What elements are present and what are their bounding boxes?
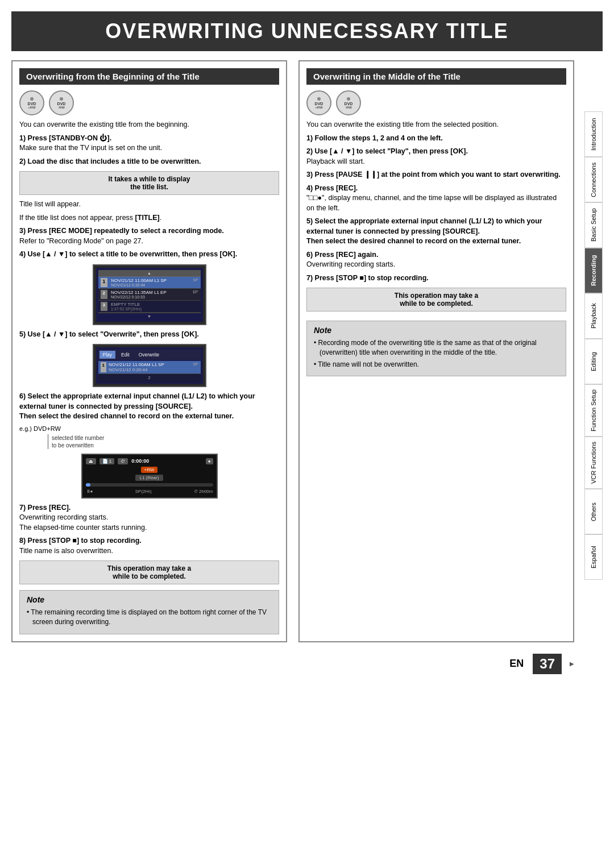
right-section-header: Overwriting in the Middle of the Title [306,68,566,85]
sidebar: Introduction Connections Basic Setup Rec… [584,111,603,580]
eg-text: e.g.) DVD+RW [19,425,279,432]
note-box-operation-left: This operation may take a while to be co… [19,560,279,584]
step-left-1: 1) Press [STANDBY-ON ⏻]. Make sure that … [19,134,279,153]
sidebar-item-playback[interactable]: Playback [584,293,603,339]
note-title-right: Note [314,326,559,335]
title-list-note2: If the title list does not appear, press… [19,213,279,223]
page-bottom: EN 37 ▶ [11,654,574,674]
sidebar-item-others[interactable]: Others [584,489,603,534]
step-right-5: 5) Select the appropriate external input… [306,217,566,247]
step-left-3: 3) Press [REC MODE] repeatedly to select… [19,226,279,246]
sidebar-item-introduction[interactable]: Introduction [584,111,603,157]
dvd-icons-left: DVD +RW DVD -RW [19,90,279,115]
note-box-title-list: It takes a while to display the title li… [19,171,279,195]
step-left-8: 8) Press [STOP ■] to stop recording. Tit… [19,536,279,556]
note-section-left: Note • The remaining recording time is d… [19,590,279,634]
dvd-plus-rw-icon-right: DVD +RW [306,90,331,115]
sidebar-item-editing[interactable]: Editing [584,339,603,384]
right-section: Overwriting in the Middle of the Title D… [298,60,574,642]
step-left-4: 4) Use [▲ / ▼] to select a title to be o… [19,250,279,260]
title-list-note: Title list will appear. [19,200,279,210]
step-right-1: 1) Follow the steps 1, 2 and 4 on the le… [306,134,566,144]
sidebar-item-recording[interactable]: Recording [584,248,603,293]
dvd-minus-rw-icon: DVD -RW [49,90,74,115]
main-title: OVERWRITING UNNECESSARY TITLE [11,11,603,51]
note-title-left: Note [27,595,272,604]
sidebar-item-function-setup[interactable]: Function Setup [584,384,603,437]
note-box-operation-right: This operation may take a while to be co… [306,288,566,312]
note-section-right: Note • Recording mode of the overwriting… [306,321,566,376]
right-intro: You can overwrite the existing title fro… [306,120,566,130]
recording-screen: ⏏ 📄 1 ⏱ 0:00:00 ● +RW L1 (Rear) [81,454,218,499]
sidebar-item-vcr-functions[interactable]: VCR Functions [584,437,603,489]
step-left-7: 7) Press [REC]. Overwriting recording st… [19,503,279,533]
sidebar-item-basic-setup[interactable]: Basic Setup [584,202,603,248]
screen-mockup-1: ▲ 1 NOV/21/12 11:00AM L1 SP NOV/21/12 0:… [93,264,206,325]
dvd-icons-right: DVD +RW DVD -RW [306,90,566,115]
dvd-plus-rw-icon: DVD +RW [19,90,44,115]
step-right-4: 4) Press [REC]. "□□●", display menu, cha… [306,184,566,214]
note-item-right-1: • Recording mode of the overwriting titl… [314,338,559,358]
step-right-7: 7) Press [STOP ■] to stop recording. [306,273,566,284]
sidebar-item-espanol[interactable]: Español [584,534,603,580]
step-left-6: 6) Select the appropriate external input… [19,392,279,422]
step-left-2: 2) Load the disc that includes a title t… [19,157,279,167]
left-section-header: Overwriting from the Beginning of the Ti… [19,68,279,85]
step-left-5: 5) Use [▲ / ▼] to select "Overwrite", th… [19,330,279,340]
step-right-2: 2) Use [▲ / ▼] to select "Play", then pr… [306,147,566,167]
note-item-left-1: • The remaining recording time is displa… [27,608,272,627]
page-number: 37 [533,654,562,674]
left-section: Overwriting from the Beginning of the Ti… [11,60,287,642]
dvd-minus-rw-icon-right: DVD -RW [336,90,361,115]
page-arrow: ▶ [570,661,574,667]
step-right-3: 3) Press [PAUSE ❙❙] at the point from wh… [306,170,566,180]
screen-mockup-2: Play Edit Overwrite 1 NOV/21/12 11:00AM … [93,344,206,387]
en-label: EN [509,658,524,670]
sidebar-item-connections[interactable]: Connections [584,157,603,202]
left-intro: You can overwrite the existing title fro… [19,120,279,130]
note-item-right-2: • Title name will not be overwritten. [314,360,559,369]
step-right-6: 6) Press [REC] again. Overwriting record… [306,250,566,270]
